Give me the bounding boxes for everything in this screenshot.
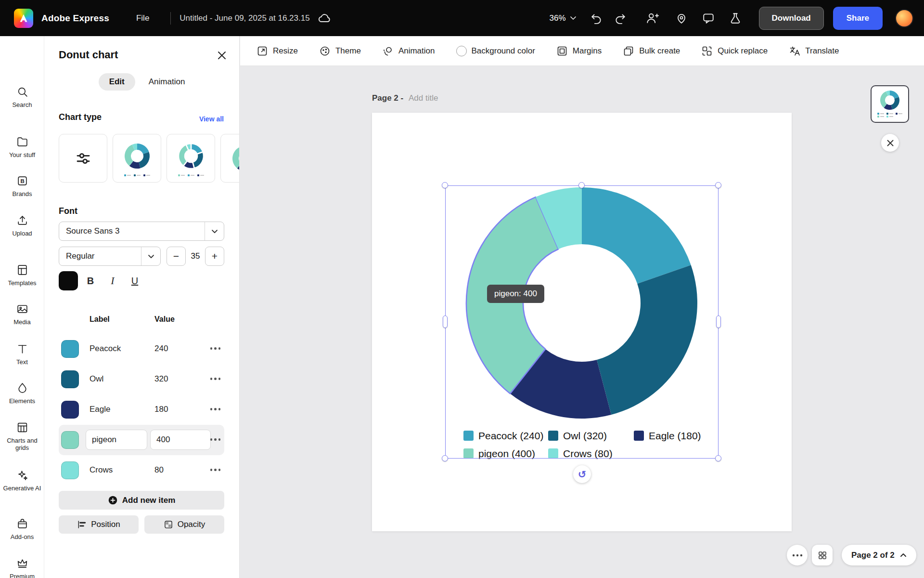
row-label[interactable]: Peacock — [90, 344, 121, 354]
sidebar-item-templates[interactable]: Templates — [0, 264, 44, 287]
selection-handle-top-left[interactable] — [442, 182, 448, 188]
chart-type-custom[interactable] — [59, 134, 107, 183]
add-title-placeholder[interactable]: Add title — [409, 93, 438, 103]
sidebar-item-search[interactable]: Search — [0, 86, 44, 108]
row-label[interactable]: Owl — [90, 374, 103, 384]
position-button[interactable]: Position — [59, 515, 139, 534]
deselect-button[interactable] — [881, 134, 899, 152]
sidebar-item-brands[interactable]: B Brands — [0, 175, 44, 197]
font-weight-value: Regular — [59, 251, 141, 261]
selection-handle-middle-right[interactable] — [716, 315, 721, 328]
row-color-swatch[interactable] — [61, 461, 79, 479]
sidebar-item-generative-ai[interactable]: Generative AI — [0, 469, 44, 492]
row-color-swatch[interactable] — [61, 401, 79, 419]
sidebar-item-add-ons[interactable]: Add-ons — [0, 518, 44, 540]
comment-icon[interactable] — [702, 12, 715, 25]
page-grid-view-button[interactable] — [812, 545, 833, 565]
share-button[interactable]: Share — [833, 7, 883, 30]
selection-handle-bottom-left[interactable] — [442, 455, 448, 461]
sidebar-item-text[interactable]: Text — [0, 343, 44, 366]
undo-button[interactable] — [590, 12, 603, 25]
row-color-swatch[interactable] — [61, 431, 79, 449]
quick-replace-button[interactable]: Quick replace — [701, 45, 768, 57]
resize-button[interactable]: Resize — [257, 45, 298, 57]
italic-button[interactable]: I — [103, 271, 122, 290]
row-menu-button[interactable] — [210, 438, 221, 441]
resize-icon — [257, 45, 268, 57]
value-input[interactable] — [156, 435, 205, 445]
zoom-control[interactable]: 36% — [550, 13, 577, 23]
page-indicator[interactable]: Page 2 of 2 — [842, 545, 916, 565]
background-color-button[interactable]: Background color — [456, 46, 535, 56]
view-all-link[interactable]: View all — [199, 115, 224, 123]
chart-data-row-pigeon — [59, 425, 224, 455]
legend-swatch — [634, 431, 644, 441]
row-label[interactable]: Eagle — [90, 405, 110, 414]
file-menu[interactable]: File — [136, 13, 149, 23]
row-menu-button[interactable] — [210, 408, 221, 410]
text-color-swatch[interactable] — [59, 271, 78, 290]
donut-slice-Owl[interactable] — [597, 265, 697, 415]
font-family-select[interactable]: Source Sans 3 — [59, 222, 224, 241]
legend-item-Owl: Owl (320) — [548, 427, 634, 445]
selection-handle-bottom-right[interactable] — [715, 455, 721, 461]
tab-edit[interactable]: Edit — [99, 73, 135, 91]
row-value[interactable]: 240 — [154, 344, 168, 354]
legend-item-Eagle: Eagle (180) — [634, 427, 701, 445]
font-size-decrease-button[interactable]: − — [167, 247, 186, 266]
document-title[interactable]: Untitled - June 09, 2025 at 16.23.15 — [180, 13, 309, 23]
row-color-swatch[interactable] — [61, 340, 79, 358]
underline-button[interactable]: U — [125, 271, 144, 290]
row-color-swatch[interactable] — [61, 370, 79, 388]
animation-button[interactable]: Animation — [382, 45, 435, 57]
sidebar-item-charts-and-grids[interactable]: Charts and grids — [0, 421, 44, 451]
add-new-item-button[interactable]: Add new item — [59, 491, 224, 510]
add-collaborator-icon[interactable] — [646, 12, 659, 25]
row-value[interactable]: 80 — [154, 465, 164, 475]
sidebar-item-upload[interactable]: Upload — [0, 214, 44, 237]
bold-button[interactable]: B — [81, 271, 100, 290]
row-value[interactable]: 180 — [154, 405, 168, 414]
opacity-button[interactable]: Opacity — [144, 515, 224, 534]
avatar[interactable] — [895, 9, 913, 27]
row-value[interactable]: 320 — [154, 374, 168, 384]
font-size-increase-button[interactable]: + — [205, 247, 224, 266]
sidebar-item-media[interactable]: Media — [0, 303, 44, 326]
download-button[interactable]: Download — [759, 7, 824, 30]
row-menu-button[interactable] — [210, 469, 221, 471]
sidebar-item-elements[interactable]: Elements — [0, 382, 44, 405]
donut-slice-Peacock[interactable] — [582, 187, 691, 284]
row-label[interactable]: Crows — [90, 465, 113, 475]
theme-button[interactable]: Theme — [319, 45, 361, 57]
row-menu-button[interactable] — [210, 347, 221, 350]
rotate-handle[interactable]: ↺ — [573, 465, 591, 483]
sliders-icon — [75, 150, 92, 167]
tab-animation[interactable]: Animation — [149, 77, 185, 87]
font-size-value[interactable]: 35 — [186, 247, 205, 266]
chart-type-donut-3[interactable] — [220, 134, 240, 183]
margins-button[interactable]: Margins — [556, 45, 602, 57]
selection-handle-middle-left[interactable] — [443, 315, 448, 328]
translate-button[interactable]: Translate — [789, 45, 839, 57]
row-menu-button[interactable] — [210, 378, 221, 380]
beaker-icon[interactable] — [729, 12, 742, 25]
close-panel-button[interactable] — [216, 50, 228, 61]
chart-type-donut-2[interactable] — [167, 134, 215, 183]
sidebar-item-your-stuff[interactable]: Your stuff — [0, 136, 44, 158]
adobe-express-logo-icon[interactable] — [14, 9, 33, 28]
charts-grid-icon — [16, 421, 28, 434]
redo-button[interactable] — [614, 12, 627, 25]
selection-handle-top-center[interactable] — [578, 182, 585, 188]
bulk-create-button[interactable]: Bulk create — [623, 45, 680, 57]
font-weight-select[interactable]: Regular — [59, 247, 161, 266]
more-options-button[interactable] — [787, 545, 808, 565]
donut-chart[interactable] — [445, 185, 719, 459]
panel-tabs: Edit Animation — [44, 73, 239, 91]
selection-handle-top-right[interactable] — [715, 182, 721, 188]
page-thumbnail[interactable] — [871, 85, 909, 123]
chart-type-donut-1[interactable] — [113, 134, 161, 183]
sidebar-item-premium-member[interactable]: Premium member — [0, 557, 44, 578]
label-input[interactable] — [92, 435, 141, 445]
cloud-sync-icon[interactable] — [318, 12, 331, 25]
location-pin-icon[interactable] — [675, 12, 688, 25]
